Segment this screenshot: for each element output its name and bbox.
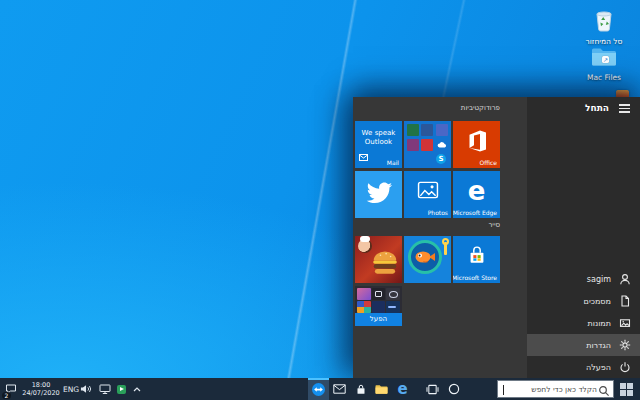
skype-icon: S [436,154,446,164]
twitter-bird-icon [364,178,394,212]
edge-icon: e [397,382,407,397]
tile-fishdom[interactable] [404,236,451,283]
mini-tile [357,288,371,300]
taskbar-file-explorer-button[interactable] [371,378,392,400]
start-button[interactable] [616,378,637,400]
tile-photos[interactable]: Photos [404,171,451,218]
store-icon [355,383,367,395]
office-logo-icon [465,129,489,157]
movies-tv-mini-icon [372,288,386,300]
tile-office[interactable]: Office [453,121,500,168]
recycle-bin-icon [592,17,616,36]
desktop-icon-label: סל המיחזור [576,38,632,46]
desktop-icon-recycle-bin[interactable]: סל המיחזור [576,8,632,46]
language-indicator[interactable]: ENG [63,378,79,400]
start-menu: פרודוקטיביות We speak Outlook Mail [353,97,640,378]
tile-twitter[interactable] [355,171,402,218]
fish-icon [414,249,436,269]
tile-label: Microsoft Edge [453,209,497,216]
document-icon [619,295,631,307]
mini-tile [357,301,371,313]
taskbar-teamviewer-button[interactable] [308,378,329,400]
rail-item-label: תמונות [587,319,611,328]
start-menu-side-rail: התחל sagim מסמכים תמונות [527,97,640,378]
desktop-icon-mac-files[interactable]: ↗ Mac Files [576,46,632,82]
clock-date: 24/07/2020 [22,389,59,397]
tile-row: Microsoft Store [355,236,500,283]
settings-gear-icon [619,339,631,351]
volume-icon[interactable] [80,383,93,395]
tile-label: הפעל [355,313,402,326]
rail-item-label: הפעלה [586,363,611,372]
search-icon [598,385,610,397]
taskbar-edge-button[interactable]: e [392,378,413,400]
start-menu-tile-area: פרודוקטיביות We speak Outlook Mail [353,97,527,378]
shortcut-arrow-icon: ↗ [602,56,609,63]
clock-time: 18:00 [32,381,51,389]
taskbar-store-button[interactable] [350,378,371,400]
start-menu-rail-list: sagim מסמכים תמונות [527,268,640,378]
tile-group-label-explore: סייר [355,220,500,230]
mini-tile [386,288,400,300]
mail-envelope-icon [359,146,368,165]
network-icon[interactable] [99,383,111,395]
windows-logo-icon [620,383,633,396]
folder-mini-tiles [357,288,400,313]
taskbar-search[interactable] [497,380,614,398]
rail-item-power[interactable]: הפעלה [527,356,640,378]
partially-hidden-desktop-icon[interactable] [616,90,629,97]
tile-play-folder[interactable]: הפעל [355,286,402,326]
tile-microsoft-store[interactable]: Microsoft Store [453,236,500,283]
tile-label: Office [479,159,497,166]
taskbar-app-icons: e [308,378,464,400]
green-tray-icon[interactable] [117,385,126,394]
tile-cooking-fever[interactable] [355,236,402,283]
word-icon [421,124,433,136]
notification-badge: 2 [2,392,11,399]
tile-mail[interactable]: We speak Outlook Mail [355,121,402,168]
cortana-button[interactable] [443,378,464,400]
task-view-button[interactable] [422,378,443,400]
rail-item-label: מסמכים [584,297,611,306]
mini-tile [372,301,386,313]
power-icon [619,361,631,373]
text-caret [503,385,504,395]
tile-row: We speak Outlook Mail [355,121,500,168]
rail-item-settings[interactable]: הגדרות [527,334,640,356]
tile-row: Photos e Microsoft Edge [355,171,500,218]
burger-art [370,248,400,279]
taskbar-clock[interactable]: 18:00 24/07/2020 [21,378,61,400]
onenote-icon [407,139,419,151]
tile-microsoft-edge[interactable]: e Microsoft Edge [453,171,500,218]
taskbar: 2 18:00 24/07/2020 ENG [0,378,640,400]
tile-office-apps-live[interactable]: S [404,121,451,168]
rail-item-pictures[interactable]: תמונות [527,312,640,334]
mail-icon [333,384,346,394]
tile-label: Photos [428,209,448,216]
desktop-icon-label: Mac Files [576,74,632,82]
prime-video-mini-icon [386,301,400,313]
office-mini-icons [407,124,448,156]
hamburger-menu-icon[interactable] [617,102,632,115]
cortana-icon [448,383,460,395]
windows-desktop: סל המיחזור ↗ Mac Files פרודוקטיביות We s… [0,0,640,400]
photos-icon [417,181,439,203]
action-center-button[interactable]: 2 [2,378,20,400]
start-title: התחל [585,103,609,113]
rail-item-documents[interactable]: מסמכים [527,290,640,312]
powerpoint-icon [421,139,433,151]
start-menu-header: התחל [585,102,632,115]
teamviewer-icon [312,383,325,396]
rail-item-label: הגדרות [586,341,611,350]
key-art [444,242,447,255]
tile-row: הפעל [355,286,500,326]
rail-item-label: sagim [587,275,611,284]
search-input[interactable] [498,381,613,397]
task-view-icon [426,384,439,395]
taskbar-mail-button[interactable] [329,378,350,400]
store-bag-icon [466,243,488,268]
rail-item-user[interactable]: sagim [527,268,640,290]
tile-label: Microsoft Store [453,274,497,281]
excel-icon [407,124,419,136]
tray-chevron-up-icon[interactable] [132,385,142,394]
